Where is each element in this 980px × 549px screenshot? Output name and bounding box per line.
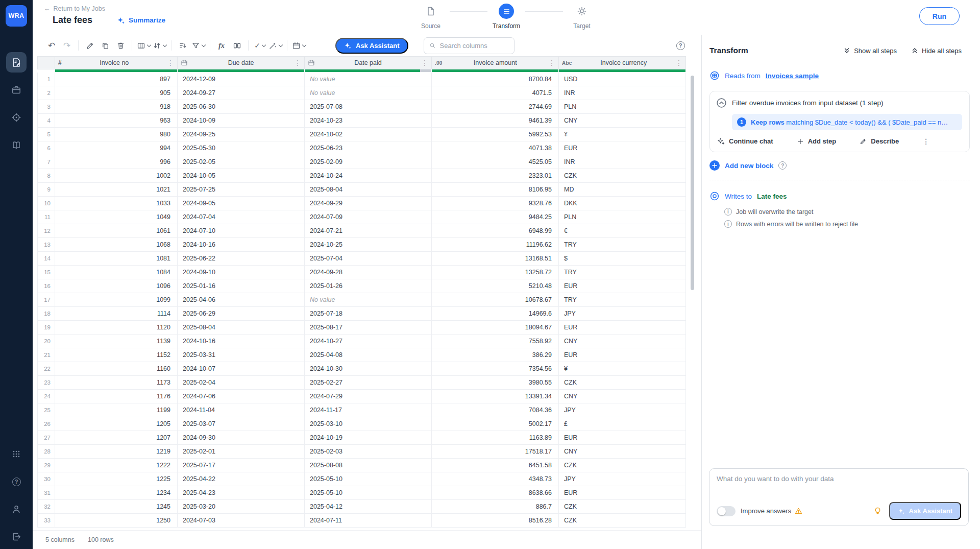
cell-due-date[interactable]: 2024-09-27 bbox=[178, 86, 305, 100]
cell-invoice-amount[interactable]: 7084.36 bbox=[432, 403, 559, 417]
column-header-invoice-amount[interactable]: .00 Invoice amount ⋮ bbox=[432, 57, 559, 69]
merge-columns-button[interactable] bbox=[229, 38, 244, 53]
ask-assistant-button[interactable]: Ask Assistant bbox=[335, 38, 408, 54]
table-row[interactable]: 1510842024-09-102024-09-2813258.72TRY bbox=[37, 266, 686, 279]
table-row[interactable]: 2011392024-10-162024-10-277558.92CNY bbox=[37, 335, 686, 348]
cell-invoice-amount[interactable]: 9484.25 bbox=[432, 210, 559, 224]
cell-invoice-currency[interactable]: TRY bbox=[559, 266, 686, 279]
row-number[interactable]: 3 bbox=[38, 100, 55, 113]
cell-due-date[interactable]: 2025-03-31 bbox=[178, 348, 305, 362]
cell-invoice-no[interactable]: 1219 bbox=[55, 445, 178, 458]
table-row[interactable]: 2111522025-03-312025-04-08386.29EUR bbox=[37, 348, 686, 362]
validate-button[interactable]: ✓ bbox=[252, 38, 267, 53]
date-tools-button[interactable] bbox=[291, 38, 307, 53]
cell-date-paid[interactable]: 2024-10-25 bbox=[305, 238, 432, 251]
column-menu-icon[interactable]: ⋮ bbox=[675, 59, 682, 66]
row-number[interactable]: 8 bbox=[38, 169, 55, 182]
cell-invoice-no[interactable]: 1061 bbox=[55, 224, 178, 237]
row-number[interactable]: 6 bbox=[38, 141, 55, 155]
cell-invoice-currency[interactable]: INR bbox=[559, 155, 686, 169]
cell-due-date[interactable]: 2025-06-22 bbox=[178, 252, 305, 265]
cell-invoice-no[interactable]: 1234 bbox=[55, 486, 178, 499]
row-number[interactable]: 21 bbox=[38, 348, 55, 362]
show-all-steps-button[interactable]: Show all steps bbox=[843, 47, 897, 55]
redo-button[interactable]: ↷ bbox=[59, 38, 75, 53]
table-row[interactable]: 2211602024-10-072024-10-307354.56¥ bbox=[37, 362, 686, 376]
cell-invoice-currency[interactable]: JPY bbox=[559, 307, 686, 320]
vertical-scrollbar[interactable] bbox=[691, 76, 694, 290]
cell-date-paid[interactable]: 2025-03-10 bbox=[305, 417, 432, 431]
cell-due-date[interactable]: 2025-03-20 bbox=[178, 500, 305, 513]
cell-invoice-amount[interactable]: 13391.34 bbox=[432, 390, 559, 403]
sort-button[interactable] bbox=[152, 38, 167, 53]
cell-invoice-currency[interactable]: TRY bbox=[559, 293, 686, 306]
cell-invoice-amount[interactable]: 7354.56 bbox=[432, 362, 559, 375]
row-number[interactable]: 30 bbox=[38, 472, 55, 486]
cell-invoice-no[interactable]: 963 bbox=[55, 114, 178, 127]
cell-invoice-no[interactable]: 1173 bbox=[55, 376, 178, 389]
cell-due-date[interactable]: 2024-09-10 bbox=[178, 266, 305, 279]
cell-date-paid[interactable]: 2024-09-29 bbox=[305, 197, 432, 210]
cell-invoice-currency[interactable]: $ bbox=[559, 252, 686, 265]
cell-invoice-currency[interactable]: CNY bbox=[559, 445, 686, 458]
sidebar-item-library[interactable] bbox=[6, 135, 27, 155]
table-row[interactable]: 18972024-12-09No value8700.84USD bbox=[37, 73, 686, 86]
table-row[interactable]: 29052024-09-27No value4071.5INR bbox=[37, 86, 686, 100]
cell-invoice-no[interactable]: 1205 bbox=[55, 417, 178, 431]
table-row[interactable]: 3212452025-03-202025-04-12886.7CZK bbox=[37, 500, 686, 514]
table-row[interactable]: 910212025-07-252025-08-048106.95MD bbox=[37, 183, 686, 197]
column-menu-icon[interactable]: ⋮ bbox=[294, 59, 301, 66]
cell-due-date[interactable]: 2025-06-29 bbox=[178, 307, 305, 320]
row-number[interactable]: 4 bbox=[38, 114, 55, 127]
transform-wand-button[interactable] bbox=[267, 38, 283, 53]
sidebar-item-jobs[interactable] bbox=[6, 52, 27, 73]
cell-invoice-amount[interactable]: 9328.76 bbox=[432, 197, 559, 210]
cell-invoice-amount[interactable]: 13258.72 bbox=[432, 266, 559, 279]
continue-chat-button[interactable]: Continue chat bbox=[717, 137, 773, 145]
help-icon[interactable]: ? bbox=[778, 161, 787, 170]
cell-date-paid[interactable]: 2025-04-08 bbox=[305, 348, 432, 362]
cell-invoice-currency[interactable]: DKK bbox=[559, 197, 686, 210]
cell-date-paid[interactable]: No value bbox=[305, 293, 432, 306]
cell-invoice-currency[interactable]: CNY bbox=[559, 390, 686, 403]
cell-due-date[interactable]: 2024-10-09 bbox=[178, 114, 305, 127]
cell-invoice-amount[interactable]: 4348.73 bbox=[432, 472, 559, 486]
cell-invoice-currency[interactable]: CZK bbox=[559, 376, 686, 389]
cell-invoice-no[interactable]: 1068 bbox=[55, 238, 178, 251]
cell-date-paid[interactable]: 2025-06-23 bbox=[305, 141, 432, 155]
cell-invoice-currency[interactable]: CZK bbox=[559, 459, 686, 472]
table-row[interactable]: 1610962025-01-162025-01-265210.48EUR bbox=[37, 279, 686, 293]
cell-due-date[interactable]: 2025-02-04 bbox=[178, 376, 305, 389]
cell-due-date[interactable]: 2024-12-09 bbox=[178, 73, 305, 86]
cell-date-paid[interactable]: 2025-02-03 bbox=[305, 445, 432, 458]
cell-due-date[interactable]: 2024-07-03 bbox=[178, 514, 305, 527]
filter-button[interactable] bbox=[190, 38, 206, 53]
cell-invoice-amount[interactable]: 6948.99 bbox=[432, 224, 559, 237]
cell-invoice-currency[interactable]: EUR bbox=[559, 279, 686, 293]
edit-cell-button[interactable] bbox=[82, 38, 97, 53]
cell-due-date[interactable]: 2024-11-04 bbox=[178, 403, 305, 417]
cell-invoice-no[interactable]: 1120 bbox=[55, 321, 178, 334]
cell-invoice-currency[interactable]: EUR bbox=[559, 431, 686, 444]
row-number[interactable]: 19 bbox=[38, 321, 55, 334]
table-row[interactable]: 3312502024-07-032024-07-118516.28CZK bbox=[37, 514, 686, 528]
cell-invoice-no[interactable]: 1033 bbox=[55, 197, 178, 210]
table-row[interactable]: 79962025-02-052025-02-094525.05INR bbox=[37, 155, 686, 169]
row-number[interactable]: 20 bbox=[38, 335, 55, 348]
improve-answers-toggle[interactable] bbox=[717, 506, 736, 516]
cell-invoice-currency[interactable]: EUR bbox=[559, 486, 686, 499]
stepper-target[interactable]: Target bbox=[563, 4, 601, 30]
table-row[interactable]: 1911202025-08-042025-08-1718094.67EUR bbox=[37, 321, 686, 335]
filter-rows-button[interactable] bbox=[175, 38, 190, 53]
row-number[interactable]: 27 bbox=[38, 431, 55, 444]
cell-due-date[interactable]: 2025-06-30 bbox=[178, 100, 305, 113]
row-number[interactable]: 22 bbox=[38, 362, 55, 375]
row-number[interactable]: 10 bbox=[38, 197, 55, 210]
cell-invoice-no[interactable]: 1114 bbox=[55, 307, 178, 320]
cell-invoice-currency[interactable]: JPY bbox=[559, 403, 686, 417]
sidebar-item-help[interactable]: ? bbox=[6, 471, 27, 492]
cell-invoice-no[interactable]: 994 bbox=[55, 141, 178, 155]
cell-invoice-amount[interactable]: 11196.62 bbox=[432, 238, 559, 251]
table-row[interactable]: 2311732025-02-042025-02-273980.55CZK bbox=[37, 376, 686, 390]
cell-date-paid[interactable]: 2024-07-21 bbox=[305, 224, 432, 237]
